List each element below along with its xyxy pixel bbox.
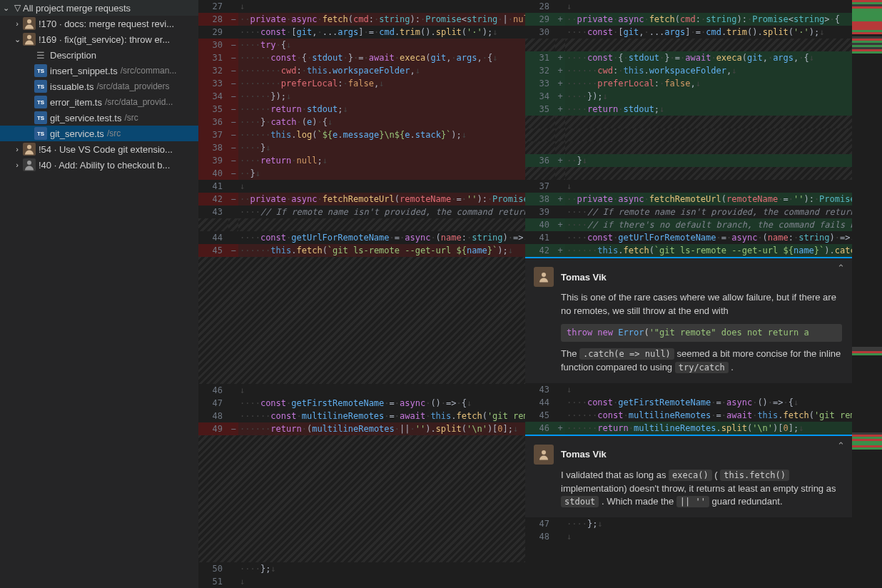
line-number: 38 <box>525 193 555 206</box>
line-number: 43 <box>198 206 228 218</box>
diff-sign: − <box>228 141 238 154</box>
mr-item-169[interactable]: ⌄ !169 · fix(git_service): throw er... <box>0 31 198 47</box>
code-line[interactable]: 44 ····const·getFirstRemoteName·=·async·… <box>525 396 852 409</box>
code-line[interactable]: 45 − ······this.fetch(`git ls-remote --g… <box>198 244 525 257</box>
code-line[interactable]: 28 ↓ <box>525 0 852 13</box>
description-item[interactable]: ☰ Description <box>0 47 198 63</box>
code-content: ····const·{·stdout·}·=·await·execa(git,·… <box>565 51 852 64</box>
code-line[interactable]: 28 − ··private·async·fetch(cmd:·string):… <box>198 13 525 26</box>
file-item[interactable]: TS git_service.ts /src <box>0 126 198 141</box>
code-line[interactable]: 39 ····// If remote name isn't provided,… <box>525 206 852 218</box>
diff-pane-modified[interactable]: 28 ↓ 29 + ··private·async·fetch(cmd:·str… <box>525 0 852 588</box>
code-line[interactable]: 48 ↓ <box>525 530 852 543</box>
code-line[interactable]: 50 ····};↓ <box>198 562 525 575</box>
code-content: ····// If remote name isn't provided, th… <box>565 206 852 218</box>
collapse-icon[interactable]: ⌃ <box>837 263 845 273</box>
line-number: 27 <box>198 0 228 13</box>
code-line[interactable]: 48 ······const·multilineRemotes·=·await·… <box>198 410 525 422</box>
line-number: 40 <box>198 167 228 180</box>
diff-pane-original[interactable]: 27 ↓ 28 − ··private·async·fetch(cmd:·str… <box>198 0 525 588</box>
diff-gap <box>198 257 525 384</box>
code-line[interactable]: 49 − ······return·(multilineRemotes·||·'… <box>198 422 525 435</box>
mr-item-170[interactable]: › !170 · docs: merge request revi... <box>0 16 198 31</box>
code-line[interactable]: 36 + ··}↓ <box>525 154 852 167</box>
diff-sign: − <box>228 116 238 128</box>
file-path: /src/data_provid... <box>105 97 173 107</box>
code-content: ··private·async·fetchRemoteUrl(remoteNam… <box>238 193 525 206</box>
code-line[interactable]: 46 ↓ <box>198 384 525 397</box>
mr-item-40[interactable]: › !40 · Add: Ability to checkout b... <box>0 157 198 173</box>
tree-header[interactable]: ⌄ ▽ All project merge requests <box>0 0 198 16</box>
code-line[interactable]: 43 ····// If remote name isn't provided,… <box>198 206 525 218</box>
code-line[interactable]: 37 − ······this.log(`${e.message}\n${e.s… <box>198 128 525 141</box>
line-number: 44 <box>198 231 228 244</box>
code-line[interactable]: 33 + ······preferLocal:·false,↓ <box>525 77 852 90</box>
diff-sign <box>228 397 238 410</box>
diff-sign: + <box>555 193 565 206</box>
code-line[interactable]: 44 ····const·getUrlForRemoteName·=·async… <box>198 231 525 244</box>
line-number: 45 <box>198 244 228 257</box>
comment-author: Tomas Vik <box>561 272 607 283</box>
code-line[interactable]: 27 ↓ <box>198 0 525 13</box>
collapse-icon[interactable]: ⌃ <box>837 440 845 451</box>
file-item[interactable]: TS issuable.ts /src/data_providers <box>0 78 198 94</box>
code-line[interactable]: 33 − ········preferLocal:·false,↓ <box>198 77 525 90</box>
mr-40-label: !40 · Add: Ability to checkout b... <box>39 160 170 171</box>
code-line[interactable]: 37 ↓ <box>525 180 852 193</box>
code-line[interactable]: 41 ↓ <box>198 180 525 193</box>
code-line[interactable]: 29 + ··private·async·fetch(cmd:·string):… <box>525 13 852 26</box>
svg-point-5 <box>542 450 546 455</box>
file-item[interactable]: TS git_service.test.ts /src <box>0 110 198 126</box>
file-name: insert_snippet.ts <box>50 66 118 76</box>
code-line[interactable]: 32 + ······cwd:·this.workspaceFolder,↓ <box>525 64 852 77</box>
code-line[interactable]: 47 ····const·getFirstRemoteName·=·async·… <box>198 397 525 410</box>
code-line[interactable]: 39 − ····return·null;↓ <box>198 154 525 167</box>
code-line[interactable]: 40 + ····// if there's no default branch… <box>525 218 852 231</box>
svg-point-1 <box>27 35 31 39</box>
code-line[interactable]: 45 ······const·multilineRemotes·=·await·… <box>525 409 852 422</box>
minimap[interactable] <box>852 0 882 588</box>
diff-sign: + <box>555 13 565 26</box>
diff-sign: + <box>555 244 565 257</box>
code-line[interactable]: 31 + ····const·{·stdout·}·=·await·execa(… <box>525 51 852 64</box>
line-number: 42 <box>198 193 228 206</box>
code-line[interactable]: 42 + ······this.fetch(`git ls-remote --g… <box>525 244 852 257</box>
diff-sign: + <box>555 51 565 64</box>
code-line[interactable]: 36 − ····}·catch·(e)·{↓ <box>198 116 525 128</box>
diff-sign: − <box>228 154 238 167</box>
code-line[interactable]: 41 ····const·getUrlForRemoteName·=·async… <box>525 231 852 244</box>
line-number: 44 <box>525 396 555 409</box>
diff-sign <box>228 206 238 218</box>
line-number: 30 <box>525 26 555 39</box>
code-line[interactable]: 47 ····};↓ <box>525 517 852 530</box>
code-line[interactable]: 38 + ··private·async·fetchRemoteUrl(remo… <box>525 193 852 206</box>
svg-point-2 <box>27 145 31 149</box>
file-item[interactable]: TS insert_snippet.ts /src/comman... <box>0 63 198 78</box>
code-content: ······return·(multilineRemotes·||·'').sp… <box>238 422 525 435</box>
code-line[interactable]: 34 − ······});↓ <box>198 90 525 103</box>
code-line[interactable]: 43 ↓ <box>525 383 852 396</box>
code-line[interactable]: 31 − ······const·{·stdout·}·=·await·exec… <box>198 51 525 64</box>
file-item[interactable]: TS error_item.ts /src/data_provid... <box>0 94 198 110</box>
diff-sign <box>228 575 238 588</box>
diff-sign <box>555 26 565 39</box>
code-line[interactable]: 34 + ····});↓ <box>525 90 852 103</box>
code-line[interactable]: 42 − ··private·async·fetchRemoteUrl(remo… <box>198 193 525 206</box>
line-number: 31 <box>198 51 228 64</box>
code-line[interactable]: 51 ↓ <box>198 575 525 588</box>
chevron-right-icon: › <box>11 161 23 169</box>
line-number: 29 <box>198 26 228 39</box>
code-line[interactable]: 32 − ········cwd:·this.workspaceFolder,↓ <box>198 64 525 77</box>
code-line[interactable]: 30 ····const·[git,·...args]·=·cmd.trim()… <box>525 26 852 39</box>
code-line[interactable]: 46 + ······return·multilineRemotes.split… <box>525 422 852 435</box>
mr-item-54[interactable]: › !54 · Use VS Code git extensio... <box>0 141 198 157</box>
code-content: ······const·{·stdout·}·=·await·execa(git… <box>238 51 525 64</box>
code-line[interactable]: 30 − ····try·{↓ <box>198 39 525 51</box>
code-line[interactable]: 40 − ··}↓ <box>198 167 525 180</box>
code-content: ······return·multilineRemotes.split('\n'… <box>565 422 852 435</box>
code-line[interactable]: 29 ····const·[git,·...args]·=·cmd.trim()… <box>198 26 525 39</box>
code-line[interactable]: 35 − ······return·stdout;↓ <box>198 103 525 116</box>
diff-sign <box>555 517 565 530</box>
code-line[interactable]: 38 − ····}↓ <box>198 141 525 154</box>
code-line[interactable]: 35 + ····return·stdout;↓ <box>525 103 852 116</box>
